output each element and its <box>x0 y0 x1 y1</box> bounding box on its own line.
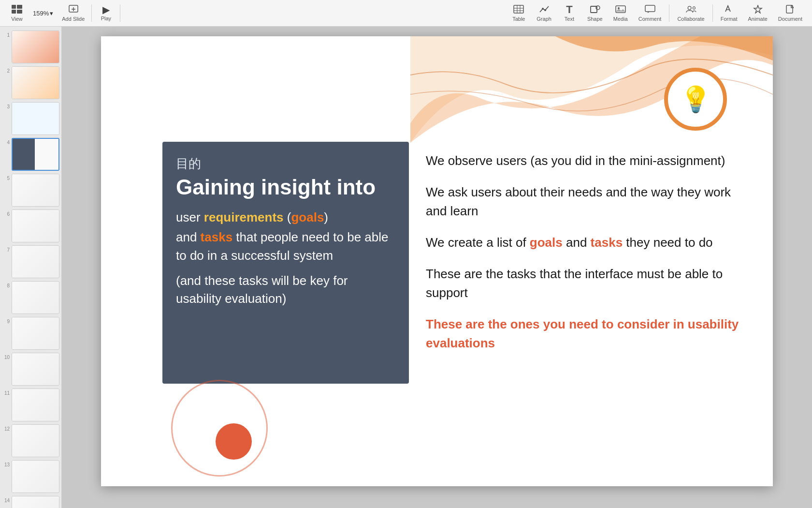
slide-thumb-1[interactable]: 1 <box>2 30 59 63</box>
play-label: Play <box>101 15 111 21</box>
slide-thumb-14[interactable]: 14 <box>2 496 59 508</box>
media-label: Media <box>613 16 628 22</box>
svg-rect-23 <box>786 5 793 13</box>
comment-icon <box>645 5 655 15</box>
toolbar-format[interactable]: Format <box>716 3 742 24</box>
play-icon: ▶ <box>102 5 110 15</box>
main-area: 123456789101112131415 <box>0 27 812 508</box>
toolbar-table[interactable]: Table <box>507 3 531 24</box>
slide-num-5: 5 <box>2 176 10 181</box>
animate-icon <box>753 5 763 15</box>
body-line1: user requirements (goals) <box>176 209 395 227</box>
toolbar-collaborate[interactable]: Collaborate <box>672 3 709 24</box>
slide-num-14: 14 <box>2 498 10 503</box>
slide-preview-inner-7 <box>12 246 59 278</box>
slide-preview-inner-12 <box>12 425 59 457</box>
slide-preview-inner-1 <box>12 31 59 63</box>
toolbar-play[interactable]: ▶ Play <box>94 3 118 23</box>
slide-thumb-12[interactable]: 12 <box>2 424 59 457</box>
toolbar-animate[interactable]: Animate <box>743 3 772 24</box>
slide-thumb-8[interactable]: 8 <box>2 281 59 314</box>
slide-right-content[interactable]: We observe users (as you did in the mini… <box>426 142 754 375</box>
svg-rect-1 <box>17 5 22 9</box>
svg-rect-3 <box>17 10 22 14</box>
slide-preview-inner-11 <box>12 389 59 421</box>
toolbar-text[interactable]: T Text <box>557 2 581 24</box>
zoom-chevron: ▾ <box>50 10 53 17</box>
panel-title: Gaining insight into <box>176 175 395 200</box>
slide-thumb-10[interactable]: 10 <box>2 353 59 386</box>
slide-preview-inner-6 <box>12 210 59 242</box>
slide-thumb-3[interactable]: 3 <box>2 102 59 135</box>
media-icon <box>615 5 626 15</box>
body-paren-close: ) <box>324 210 328 224</box>
canvas-area[interactable]: 💡 目的 Gaining insight into user requireme… <box>62 27 812 508</box>
slide-preview-inner-3 <box>12 103 59 134</box>
document-label: Document <box>778 16 802 22</box>
toolbar-comment[interactable]: Comment <box>634 3 667 24</box>
svg-point-13 <box>544 9 546 11</box>
slide-thumb-7[interactable]: 7 <box>2 245 59 278</box>
slide-preview-inner-10 <box>12 353 59 385</box>
comment-label: Comment <box>638 16 662 22</box>
slide-num-9: 9 <box>2 319 10 324</box>
toolbar-right-group: Table Graph T Text Shape Media <box>507 2 807 24</box>
slide-thumb-2[interactable]: 2 <box>2 66 59 99</box>
bottom-circle-outline <box>171 380 268 477</box>
slide-num-13: 13 <box>2 462 10 467</box>
right-bullet-1: We observe users (as you did in the mini… <box>426 151 754 170</box>
svg-point-20 <box>693 6 695 9</box>
view-label: View <box>11 16 23 22</box>
slide-preview-inner-4 <box>13 139 58 170</box>
toolbar-document[interactable]: Document <box>773 3 807 24</box>
toolbar: View 159% ▾ Add Slide ▶ Play Table Graph <box>0 0 812 27</box>
text-label: Text <box>565 16 574 22</box>
slide-num-10: 10 <box>2 355 10 360</box>
body-tasks: tasks <box>201 230 233 244</box>
slide-num-1: 1 <box>2 32 10 38</box>
document-icon <box>785 5 796 15</box>
slide-thumb-6[interactable]: 6 <box>2 209 59 242</box>
slide-preview-9 <box>12 317 59 350</box>
toolbar-zoom[interactable]: 159% ▾ <box>29 8 57 19</box>
toolbar-media[interactable]: Media <box>609 3 633 24</box>
slide-num-6: 6 <box>2 211 10 217</box>
shape-label: Shape <box>587 16 603 22</box>
slide-num-7: 7 <box>2 247 10 253</box>
body-requirements: requirements <box>204 210 284 224</box>
slide-preview-13 <box>12 460 59 493</box>
toolbar-view[interactable]: View <box>5 3 29 24</box>
slide-preview-inner-9 <box>12 317 59 349</box>
table-icon <box>513 5 524 15</box>
slide-preview-8 <box>12 281 59 314</box>
svg-point-12 <box>542 8 544 10</box>
slide-preview-inner-14 <box>12 496 59 508</box>
slide-preview-10 <box>12 353 59 386</box>
toolbar-divider-1 <box>91 4 92 22</box>
slide-panel[interactable]: 123456789101112131415 <box>0 27 62 508</box>
right-bullet-3: We create a list of goals and tasks they… <box>426 233 754 252</box>
slide-thumb-4[interactable]: 4 <box>2 138 59 171</box>
text-icon: T <box>566 4 572 15</box>
right-goals-text: goals <box>530 235 563 250</box>
slide-left-panel[interactable]: 目的 Gaining insight into user requirement… <box>162 142 409 384</box>
slide-thumb-5[interactable]: 5 <box>2 174 59 207</box>
body-line3: (and these tasks will be key for usabili… <box>176 272 395 308</box>
slide-thumb-11[interactable]: 11 <box>2 388 59 421</box>
zoom-value: 159% <box>33 10 49 17</box>
body-line2: and tasks that people need to be able to… <box>176 228 395 265</box>
panel-chinese: 目的 <box>176 155 395 172</box>
slide-thumb-13[interactable]: 13 <box>2 460 59 493</box>
slide-preview-3 <box>12 102 59 135</box>
toolbar-graph[interactable]: Graph <box>532 3 556 24</box>
shape-icon <box>590 5 600 15</box>
body-line2-prefix: and <box>176 230 201 244</box>
graph-label: Graph <box>536 16 551 22</box>
toolbar-add-slide[interactable]: Add Slide <box>57 3 89 24</box>
toolbar-divider-3 <box>669 4 669 22</box>
toolbar-shape[interactable]: Shape <box>582 3 608 24</box>
add-slide-label: Add Slide <box>62 16 85 22</box>
slide-preview-inner-8 <box>12 282 59 314</box>
slide-thumb-9[interactable]: 9 <box>2 317 59 350</box>
table-label: Table <box>512 16 525 22</box>
